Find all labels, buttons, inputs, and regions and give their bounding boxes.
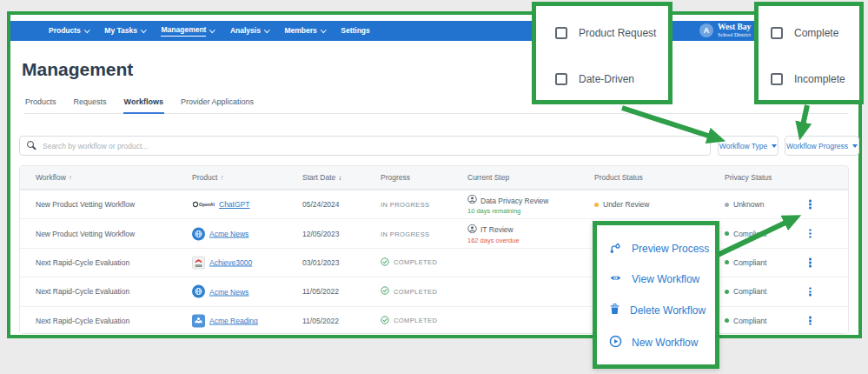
trash-icon [609,303,620,317]
menu-item-label: Delete Workflow [630,304,706,317]
org-name-line2: School District [718,32,751,38]
checkbox-icon[interactable] [771,73,783,85]
current-step: IT Review 162 days overdue [467,224,520,244]
column-header-privacy-status[interactable]: Privacy Status [725,173,772,182]
workflow-type-options-callout: Product Request Date-Driven [532,2,673,104]
nav-label: Settings [341,26,370,36]
org-logo[interactable]: A West Bay School District [699,23,751,38]
nav-item-products[interactable]: Products [49,26,89,36]
menu-item-delete-workflow[interactable]: Delete Workflow [609,303,706,317]
nav-label: My Tasks [104,26,137,36]
kebab-menu-button[interactable] [807,255,813,270]
due-note: 10 days remaining [467,207,548,215]
check-circle-icon [381,286,389,297]
workflow-name: New Product Vetting Workflow [36,230,135,238]
menu-item-view-workflow[interactable]: View Workflow [609,271,699,287]
avatar: A [699,23,713,37]
product-cell: Acme News [192,285,248,298]
workflow-name: New Product Vetting Workflow [36,200,135,209]
sort-asc-icon: ↑ [69,174,72,182]
flow-branch-icon [609,241,622,257]
acme-news-globe-icon [192,227,205,240]
progress-status: IN PROGRESS [381,201,430,209]
search-icon [27,141,34,148]
svg-text:OpenAI: OpenAI [199,203,215,208]
table-row: New Product Vetting Workflow OpenAI Chat… [20,190,848,218]
menu-item-label: Preview Process [632,243,709,255]
due-note: 162 days overdue [467,236,520,244]
privacy-status: Compliant [725,287,766,296]
start-date: 05/24/2024 [302,200,340,209]
product-link[interactable]: Acme News [209,287,248,296]
checkbox-icon[interactable] [555,27,567,39]
tab-workflows[interactable]: Workflows [123,97,164,114]
kebab-menu-button[interactable] [807,313,813,328]
product-link[interactable]: ChatGPT [219,200,249,209]
tab-bar: Products Requests Workflows Provider App… [24,97,848,114]
progress-status: COMPLETED [381,286,437,297]
chevron-down-icon [84,27,89,32]
table-row: New Product Vetting Workflow Acme News 1… [20,218,848,247]
table-header-row: Workflow↑ Product↑ Start Date↓ Progress … [20,166,848,190]
nav-item-my-tasks[interactable]: My Tasks [104,26,145,36]
workflow-progress-dropdown[interactable]: Workflow Progress [785,136,859,156]
table-row: Next Rapid-Cycle Evaluation 3000 Achieve… [20,248,848,277]
current-step: Data Privacy Review 10 days remaining [467,195,548,215]
page-title: Management [22,59,133,80]
workflow-type-dropdown[interactable]: Workflow Type [718,136,779,156]
table-row: Next Rapid-Cycle Evaluation Acme News 11… [20,277,848,305]
menu-item-preview-process[interactable]: Preview Process [609,241,709,257]
status-dot-green [725,231,729,236]
tab-provider-applications[interactable]: Provider Applications [180,97,255,113]
workflow-name: Next Rapid-Cycle Evaluation [36,258,129,267]
column-header-product[interactable]: Product↑ [192,173,223,182]
nav-item-analysis[interactable]: Analysis [230,26,268,36]
product-link[interactable]: Acme Reading [209,317,258,325]
menu-item-new-workflow[interactable]: New Workflow [609,335,698,351]
column-header-workflow[interactable]: Workflow↑ [36,173,72,182]
product-link[interactable]: Achieve3000 [209,258,252,267]
checkbox-icon[interactable] [771,27,783,39]
product-cell: 3000 Achieve3000 [192,256,252,269]
column-header-product-status[interactable]: Product Status [594,173,643,182]
nav-item-management[interactable]: Management [161,25,214,37]
column-header-start-date[interactable]: Start Date↓ [302,173,341,182]
app-screenshot: Products My Tasks Management Analysis Me… [0,0,868,374]
option-incomplete: Incomplete [771,73,845,85]
chevron-down-icon [321,27,326,32]
search-input[interactable] [19,136,711,156]
assignee-icon [467,195,477,206]
achieve3000-logo-icon: 3000 [192,256,205,269]
assignee-icon [467,224,477,235]
checkbox-icon[interactable] [555,73,567,85]
privacy-status: Compliant [725,258,766,267]
kebab-menu-button[interactable] [807,197,813,212]
privacy-status: Compliant [725,230,766,238]
product-status: Under Review [594,200,649,209]
search-bar [19,136,711,156]
menu-item-label: New Workflow [632,337,698,349]
sort-asc-icon: ↑ [220,174,223,182]
nav-item-members[interactable]: Members [284,26,325,36]
status-dot-green [725,290,729,294]
nav-item-settings[interactable]: Settings [341,26,370,36]
top-navbar: Products My Tasks Management Analysis Me… [10,21,858,41]
option-product-request: Product Request [555,27,656,39]
start-date: 12/05/2023 [302,230,340,238]
menu-item-label: View Workflow [632,273,699,285]
tab-requests[interactable]: Requests [73,97,108,113]
progress-status: COMPLETED [381,257,437,268]
sort-desc-icon: ↓ [338,174,341,182]
kebab-menu-button[interactable] [807,226,813,241]
nav-label: Members [284,26,316,36]
column-header-progress[interactable]: Progress [381,173,410,182]
workflow-type-label: Workflow Type [719,142,767,150]
kebab-menu-button[interactable] [807,284,813,299]
tab-products[interactable]: Products [24,97,57,113]
table-row: Next Rapid-Cycle Evaluation Acme Reading… [20,306,848,334]
column-header-current-step[interactable]: Current Step [467,173,509,182]
product-link[interactable]: Acme News [209,230,248,238]
step-name: IT Review [480,225,514,234]
status-dot-green [725,318,729,323]
option-label: Date-Driven [579,73,634,85]
